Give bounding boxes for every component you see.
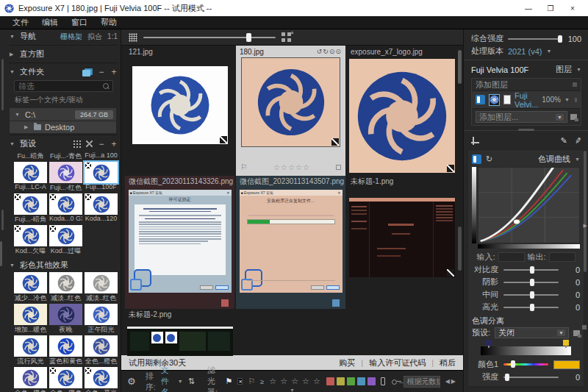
pen-tool-icon[interactable]: ✎	[561, 136, 567, 146]
left-panel-grip[interactable]	[0, 241, 2, 266]
slider-thumb[interactable]	[558, 35, 562, 43]
chevron-down-icon[interactable]: ▼	[546, 49, 551, 54]
color-label-icon[interactable]	[336, 165, 341, 170]
shadow-marker[interactable]	[486, 340, 492, 346]
add-folder-button[interactable]: +	[110, 67, 118, 77]
rotate-icons[interactable]: ↺↻⊙⊙	[317, 48, 342, 55]
lut-section[interactable]: LUT ◀	[471, 389, 581, 392]
highlight-marker[interactable]	[563, 340, 569, 346]
add-bookmark-folder-icon[interactable]	[85, 68, 93, 75]
crop-tool-icon[interactable]	[471, 137, 479, 145]
color-filter-swatch[interactable]	[347, 377, 355, 385]
midtones-slider[interactable]	[503, 294, 559, 296]
layer-name[interactable]: Fuji Velvi...	[514, 91, 538, 109]
new-layer-icon[interactable]	[570, 114, 577, 120]
flag-icon[interactable]: ⚐	[240, 163, 248, 172]
chevron-down-icon[interactable]: ▼	[564, 97, 570, 102]
enter-license-link[interactable]: 输入许可证代码	[369, 357, 426, 368]
color-filter-swatch[interactable]	[326, 377, 334, 385]
right-scrollbar[interactable]	[584, 151, 587, 272]
remove-folder-button[interactable]: −	[98, 67, 105, 77]
menu-edit[interactable]: 编辑	[35, 17, 65, 28]
pager-arrows[interactable]: ◀▶	[445, 378, 457, 385]
grid-scrollbar[interactable]	[458, 50, 462, 84]
color-filter-swatch[interactable]	[357, 377, 365, 385]
thumb-cell-180-selected[interactable]: 180.jpg ↺↻⊙⊙ ⚐ ☆☆☆☆☆	[236, 46, 345, 176]
highlights-slider[interactable]	[503, 307, 559, 308]
flag-rejected-icon[interactable]: ✕	[237, 378, 243, 385]
collapse-down-icon[interactable]: ▼	[290, 388, 295, 392]
sort-direction-icon[interactable]: ⇅	[188, 377, 195, 386]
view-mode-1to1[interactable]: 1:1	[107, 32, 118, 40]
preset-thumb[interactable]	[14, 225, 47, 246]
chevron-down-icon[interactable]: ▼	[178, 379, 183, 384]
preset-thumb[interactable]	[49, 193, 82, 215]
drive-row[interactable]: ▼ C:\ 264.7 GB	[10, 108, 116, 121]
chevron-down-icon[interactable]: ▼	[576, 67, 581, 72]
preset-thumb[interactable]	[85, 162, 118, 183]
layer-mask-swatch[interactable]	[503, 95, 511, 104]
menu-file[interactable]: 文件	[6, 17, 35, 28]
curve-output-field[interactable]	[549, 252, 576, 262]
star-rating[interactable]: ☆☆☆☆☆	[248, 163, 336, 171]
large-thumbnails-icon[interactable]	[282, 32, 285, 36]
preset-thumb[interactable]	[85, 272, 118, 293]
menu-window[interactable]: 窗口	[65, 17, 94, 28]
layer-opacity[interactable]: 100%	[542, 96, 561, 104]
color-filter-swatch[interactable]	[368, 377, 376, 385]
thumb-cell-untitled1[interactable]: 未标题-1.png	[347, 176, 456, 309]
preset-thumb[interactable]	[49, 225, 82, 246]
thumb-cell-untitled2[interactable]: 未标题-2.png	[125, 309, 234, 355]
layers-label[interactable]: 图层	[556, 64, 572, 75]
layer-thumbnail[interactable]	[489, 94, 500, 106]
preset-thumb[interactable]	[14, 162, 47, 183]
layer-menu-icon[interactable]	[573, 82, 577, 87]
color1-swatch[interactable]	[553, 360, 580, 369]
restore-button[interactable]: ❐	[539, 4, 562, 13]
preset-thumb[interactable]	[85, 335, 118, 357]
flag-filled-icon[interactable]: ⚑	[226, 377, 233, 386]
preset-grid-view-icon[interactable]	[73, 140, 81, 148]
preset-thumb[interactable]	[49, 162, 82, 183]
slider-thumb[interactable]	[246, 33, 251, 42]
color-label-blue[interactable]	[332, 299, 340, 307]
folders-section-header[interactable]: ▼ 文件夹 − +	[10, 65, 118, 79]
preset-thumb[interactable]	[14, 193, 47, 215]
star-filter[interactable]: ☆ ☆ ☆ ☆ ☆	[269, 377, 321, 386]
panel-handle[interactable]	[582, 325, 587, 329]
panel-expand-icon[interactable]: ▶	[584, 223, 587, 229]
layer-item[interactable]: Fuji Velvi... 100% ▼	[472, 91, 581, 109]
left-scrollbar-2[interactable]	[1, 210, 4, 230]
left-scrollbar[interactable]	[1, 59, 4, 110]
color-filter-none[interactable]	[381, 377, 385, 385]
preset-thumb[interactable]	[14, 335, 47, 357]
add-preset-button[interactable]: +	[110, 139, 118, 149]
color-filter-swatch[interactable]	[337, 377, 345, 385]
buy-link[interactable]: 购买	[339, 357, 355, 368]
thumb-cell-wechat1[interactable]: 微信截图_20230113143326.png ■ Exposure X7 安装…	[125, 176, 234, 309]
collapse-up-icon[interactable]: ▲	[290, 29, 295, 35]
tone-curve-toggle-icon[interactable]	[472, 154, 481, 164]
color-label-red[interactable]	[221, 299, 229, 307]
reset-icon[interactable]: ↻	[486, 155, 492, 163]
view-mode-fit[interactable]: 拟合	[87, 32, 102, 42]
gear-icon[interactable]: ⚙	[127, 376, 136, 387]
keyword-icon[interactable]	[392, 379, 396, 385]
intensity-slider[interactable]	[508, 38, 561, 40]
preset-thumb[interactable]	[14, 304, 47, 325]
layer-menu-icon[interactable]	[575, 98, 577, 102]
small-thumbnails-icon[interactable]	[129, 33, 137, 42]
thumb-cell-logo[interactable]: exposure_x7_logo.jpg	[347, 46, 456, 176]
brush-tool-icon[interactable]: ✎	[574, 135, 582, 146]
remove-preset-button[interactable]: −	[98, 139, 105, 149]
tone-curve-graph[interactable]	[478, 167, 580, 243]
preset-thumb[interactable]	[14, 272, 47, 293]
preset-thumb[interactable]	[14, 367, 47, 388]
thumbnail-size-slider[interactable]	[143, 37, 276, 38]
minimize-button[interactable]: —	[517, 4, 539, 13]
preset-thumb[interactable]	[85, 367, 118, 388]
nav-section-header[interactable]: ▼ 导航 栅格架 拟合 1:1	[10, 29, 118, 43]
grid-scrollbar-2[interactable]	[458, 227, 462, 271]
preset-section-header[interactable]: ▼彩色其他效果	[10, 258, 118, 271]
preset-thumb[interactable]	[49, 335, 82, 357]
